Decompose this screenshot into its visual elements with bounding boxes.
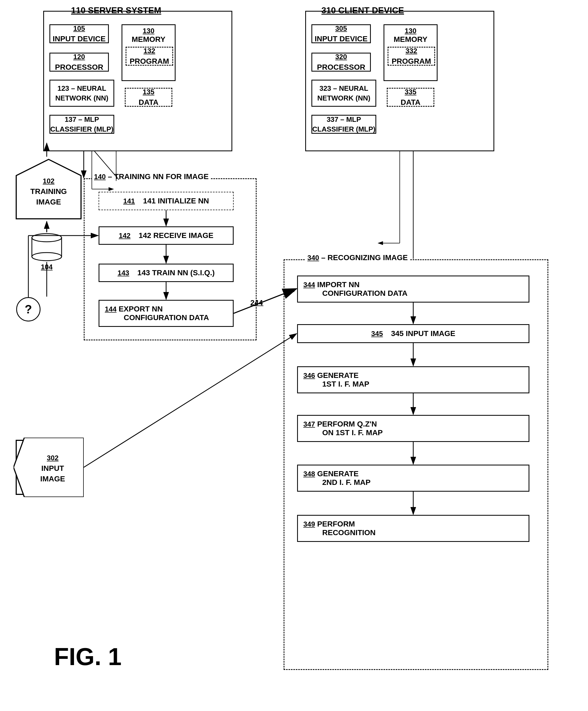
server-processor-box: 120 PROCESSOR: [49, 53, 109, 71]
client-input-device-box: 305 INPUT DEVICE: [311, 24, 371, 43]
training-nn-label: 140 – TRAINING NN FOR IMAGE: [92, 172, 211, 181]
server-system-label: 110 SERVER SYSTEM: [62, 5, 170, 16]
step-144-box: 144 EXPORT NN CONFIGURATION DATA: [99, 300, 234, 327]
input-image-label: 302 INPUTIMAGE: [24, 452, 81, 484]
db-cylinder: 104: [30, 232, 63, 262]
server-input-device-text: 105 INPUT DEVICE: [50, 25, 108, 42]
step-348-text: 348 GENERATE 2ND I. F. MAP: [298, 466, 528, 491]
step-141-box: 141 141 INITIALIZE NN: [99, 192, 234, 210]
server-program-box: 132 PROGRAM: [126, 47, 173, 66]
server-data-text: 135 DATA: [126, 89, 172, 106]
client-data-text: 335 DATA: [388, 89, 434, 106]
training-image-shape: 102 TRAININGIMAGE: [14, 157, 84, 221]
step-345-text: 345 345 INPUT IMAGE: [298, 325, 528, 342]
step-347-box: 347 PERFORM Q.Z'N ON 1ST I. F. MAP: [297, 415, 529, 442]
server-input-device-box: 105 INPUT DEVICE: [49, 24, 109, 43]
step-347-text: 347 PERFORM Q.Z'N ON 1ST I. F. MAP: [298, 416, 528, 441]
client-data-box: 335 DATA: [387, 88, 434, 107]
diagram: 110 SERVER SYSTEM 105 INPUT DEVICE 130 M…: [0, 0, 588, 711]
server-data-box: 135 DATA: [125, 88, 172, 107]
step-349-box: 349 PERFORM RECOGNITION: [297, 515, 529, 542]
server-program-text: 132 PROGRAM: [126, 47, 172, 65]
client-input-device-text: 305 INPUT DEVICE: [312, 25, 370, 42]
step-142-text: 142 142 RECEIVE IMAGE: [100, 227, 233, 244]
server-processor-text: 120 PROCESSOR: [50, 53, 108, 71]
step-142-box: 142 142 RECEIVE IMAGE: [99, 227, 234, 245]
question-mark: ?: [16, 297, 41, 321]
client-device-label: 310 CLIENT DEVICE: [321, 5, 404, 16]
fig-label: FIG. 1: [54, 643, 122, 671]
step-143-box: 143 143 TRAIN NN (S.I.Q.): [99, 264, 234, 282]
training-image-label: 102 TRAININGIMAGE: [14, 176, 84, 208]
svg-point-3: [32, 253, 62, 261]
step-141-text: 141 141 INITIALIZE NN: [123, 197, 209, 205]
client-program-box: 332 PROGRAM: [388, 47, 435, 66]
client-processor-box: 320 PROCESSOR: [311, 53, 371, 71]
server-mlp-box: 137 – MLP CLASSIFIER (MLP): [49, 115, 114, 134]
server-nn-text: 123 – NEURAL NETWORK (NN): [50, 81, 113, 106]
server-memory-outer-box: 130 MEMORY 132 PROGRAM: [122, 24, 176, 81]
step-346-box: 346 GENERATE 1ST I. F. MAP: [297, 366, 529, 393]
client-nn-text: 323 – NEURAL NETWORK (NN): [312, 81, 375, 106]
svg-point-2: [32, 234, 62, 242]
client-processor-text: 320 PROCESSOR: [312, 53, 370, 71]
client-memory-outer-box: 130 MEMORY 332 PROGRAM: [384, 24, 438, 81]
step-348-box: 348 GENERATE 2ND I. F. MAP: [297, 465, 529, 492]
step-344-box: 344 IMPORT NN CONFIGURATION DATA: [297, 276, 529, 303]
server-nn-box: 123 – NEURAL NETWORK (NN): [49, 80, 114, 107]
client-program-text: 332 PROGRAM: [388, 47, 434, 65]
svg-line-30: [84, 333, 297, 467]
step-345-box: 345 345 INPUT IMAGE: [297, 324, 529, 343]
step-346-text: 346 GENERATE 1ST I. F. MAP: [298, 367, 528, 392]
db-ref: 104: [28, 263, 66, 271]
step-143-text: 143 143 TRAIN NN (S.I.Q.): [100, 264, 233, 281]
step-144-text: 144 EXPORT NN CONFIGURATION DATA: [100, 301, 233, 326]
recognizing-label: 340 – RECOGNIZING IMAGE: [305, 253, 410, 262]
server-mlp-text: 137 – MLP CLASSIFIER (MLP): [50, 115, 113, 133]
input-image-shape: 302 INPUTIMAGE: [14, 438, 84, 497]
client-nn-box: 323 – NEURAL NETWORK (NN): [311, 80, 376, 107]
step-344-text: 344 IMPORT NN CONFIGURATION DATA: [298, 276, 528, 302]
client-mlp-text: 337 – MLP CLASSIFIER (MLP): [312, 115, 375, 133]
step-349-text: 349 PERFORM RECOGNITION: [298, 516, 528, 541]
client-mlp-box: 337 – MLP CLASSIFIER (MLP): [311, 115, 376, 134]
